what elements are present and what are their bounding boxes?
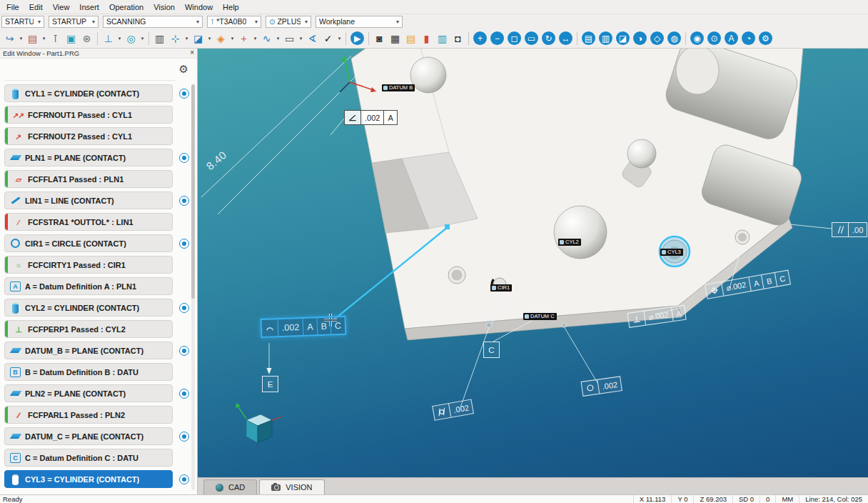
snapshot-camera-icon[interactable]: ◙ xyxy=(372,31,387,46)
feature-item-lin1[interactable]: LIN1 = LINE (CONTACT) xyxy=(4,191,173,209)
profile-fcf-selected[interactable]: .002ABC xyxy=(261,316,347,338)
wireframe-mode-icon[interactable]: ◇ xyxy=(650,31,664,45)
feature-item-fcfflat1[interactable]: ▱FCFFLAT1 Passed : PLN1 xyxy=(4,170,173,188)
vision-sensor-icon[interactable]: ▥ xyxy=(152,31,167,46)
menu-item-window[interactable]: Window xyxy=(180,1,218,13)
scan-path-icon[interactable]: ∿ xyxy=(259,31,274,46)
feature-item-fcfstra1[interactable]: ∕FCFSTRA1 *OUTTOL* : LIN1 xyxy=(4,213,173,231)
orientation-cube[interactable] xyxy=(236,403,282,450)
close-icon[interactable]: × xyxy=(190,49,194,56)
dropdown-arrow-icon[interactable]: ▾ xyxy=(183,36,190,41)
feature-item-fcfrnout1[interactable]: ↗↗FCFRNOUT1 Passed : CYL1 xyxy=(4,106,173,124)
menu-item-view[interactable]: View xyxy=(48,1,75,13)
visibility-eye-icon[interactable] xyxy=(179,303,189,313)
feature-item-cyl3[interactable]: CYL3 = CYLINDER (CONTACT) xyxy=(4,470,173,488)
parallelism-fcf[interactable]: .00 xyxy=(832,222,867,237)
combo-probe-file[interactable]: ⊺*T3A0B0▾ xyxy=(207,16,261,28)
menu-item-edit[interactable]: Edit xyxy=(24,1,48,13)
combo-startup-1[interactable]: STARTUP▾ xyxy=(1,16,44,28)
target-icon[interactable]: ◈ xyxy=(213,31,228,46)
combo-probe-tip[interactable]: ⊙ZPLUS▾ xyxy=(266,16,311,28)
feature-item-fcfparl1[interactable]: ∕∕FCFPARL1 Passed : PLN2 xyxy=(4,406,173,424)
feature-item-pln2[interactable]: PLN2 = PLANE (CONTACT) xyxy=(4,384,173,402)
angularity-fcf[interactable]: .002A xyxy=(344,110,398,125)
auto-feature-icon[interactable]: ◪ xyxy=(191,31,206,46)
tag-cyl3[interactable]: CYL3 xyxy=(660,249,683,256)
view-front-icon[interactable]: ▥ xyxy=(599,31,612,45)
execute-play-icon[interactable]: ▶ xyxy=(350,31,364,45)
visibility-eye-icon[interactable] xyxy=(179,239,189,249)
gear-icon[interactable]: ⚙ xyxy=(179,63,188,76)
menu-item-vision[interactable]: Vision xyxy=(148,1,180,13)
gage-icon[interactable]: ▭ xyxy=(282,31,297,46)
visibility-eye-icon[interactable] xyxy=(179,474,189,484)
datum-flag-c[interactable]: C xyxy=(483,342,500,358)
visibility-eye-icon[interactable] xyxy=(179,346,189,356)
confirm-check-icon[interactable]: ✓ xyxy=(321,31,335,46)
feature-item-fcfperp1[interactable]: ⊥FCFPERP1 Passed : CYL2 xyxy=(4,320,173,338)
zoom-window-icon[interactable]: ▭ xyxy=(525,31,538,45)
feature-item-datum-def-a[interactable]: AA = Datum Definition A : PLN1 xyxy=(4,277,173,295)
feature-item-datum-def-c[interactable]: CC = Datum Definition C : DATU xyxy=(4,449,173,467)
datum-flag-e[interactable]: E xyxy=(262,376,278,392)
dropdown-arrow-icon[interactable]: ▾ xyxy=(139,36,146,41)
dropdown-arrow-icon[interactable]: ▾ xyxy=(252,36,258,41)
tab-vision[interactable]: VISION xyxy=(259,479,324,494)
panel-scrollbar[interactable] xyxy=(191,84,195,490)
graphics-settings-icon[interactable]: ⚙ xyxy=(759,31,772,45)
dropdown-arrow-icon[interactable]: ▾ xyxy=(336,36,343,41)
menu-item-file[interactable]: File xyxy=(1,1,24,13)
readout-display-icon[interactable]: ▦ xyxy=(388,31,403,46)
zoom-out-icon[interactable]: − xyxy=(490,31,504,45)
visibility-eye-icon[interactable] xyxy=(179,89,189,99)
menu-item-insert[interactable]: Insert xyxy=(74,1,104,13)
capture-icon[interactable]: ◘ xyxy=(450,31,465,46)
combo-scanning[interactable]: SCANNING▾ xyxy=(103,16,203,28)
cad-viewport[interactable]: .002A.002ABC.002.002⌀.002ABC⌀.002A.00ECD… xyxy=(198,49,868,477)
feature-item-fcfrnout2[interactable]: ↗FCFRNOUT2 Passed : CYL1 xyxy=(4,127,173,145)
combo-startup-2[interactable]: STARTUP▾ xyxy=(49,16,99,28)
tag-cyl2[interactable]: CYL2 xyxy=(558,239,581,246)
dropdown-arrow-icon[interactable]: ▾ xyxy=(275,36,281,41)
combo-workplane[interactable]: Workplane▾ xyxy=(316,16,403,28)
probe-display-icon[interactable]: ⊙ xyxy=(707,31,721,45)
visibility-eye-icon[interactable] xyxy=(179,432,189,442)
edit-window-icon[interactable]: ▤ xyxy=(25,31,40,46)
dropdown-arrow-icon[interactable]: ▾ xyxy=(41,36,47,41)
crosshair-icon[interactable]: + xyxy=(236,31,251,46)
dropdown-arrow-icon[interactable]: ▾ xyxy=(116,36,123,41)
translate-icon[interactable]: ⊹ xyxy=(168,31,183,46)
tag-datum-c[interactable]: DATUM C xyxy=(523,313,557,320)
translucent-mode-icon[interactable]: ◍ xyxy=(667,31,681,45)
feature-item-datum-def-b[interactable]: BB = Datum Definition B : DATU xyxy=(4,363,173,381)
probe-toolbox-icon[interactable]: ⊺ xyxy=(48,31,63,46)
scale-to-fit-icon[interactable]: ◻ xyxy=(508,31,521,45)
label-display-icon[interactable]: A xyxy=(725,31,738,45)
visibility-eye-icon[interactable]: ◔ xyxy=(742,31,755,45)
report-chart-icon[interactable]: ▥ xyxy=(435,31,450,46)
zoom-in-icon[interactable]: + xyxy=(473,31,487,45)
pan-view-icon[interactable]: ↔ xyxy=(559,31,572,45)
highlight-mode-icon[interactable]: ◉ xyxy=(690,31,704,45)
shaded-mode-icon[interactable]: ◑ xyxy=(633,31,647,45)
visibility-eye-icon[interactable] xyxy=(179,153,189,163)
menu-item-operation[interactable]: Operation xyxy=(104,1,148,13)
visibility-eye-icon[interactable] xyxy=(179,389,189,399)
tag-datum-b[interactable]: DATUM B xyxy=(382,84,415,91)
cad-scene[interactable] xyxy=(198,49,868,477)
color-map-icon[interactable]: ▤ xyxy=(403,31,418,46)
feature-item-datum-b-plane[interactable]: DATUM_B = PLANE (CONTACT) xyxy=(4,342,173,359)
tag-cir1[interactable]: CIR1 xyxy=(490,284,512,292)
dropdown-arrow-icon[interactable]: ▾ xyxy=(18,36,24,41)
view-top-icon[interactable]: ▤ xyxy=(582,31,595,45)
comment-icon[interactable]: ▣ xyxy=(64,31,79,46)
dropdown-arrow-icon[interactable]: ▾ xyxy=(229,36,236,41)
feature-item-cyl1[interactable]: CYL1 = CYLINDER (CONTACT) xyxy=(4,84,173,102)
histogram-icon[interactable]: ▮ xyxy=(419,31,434,46)
tab-cad[interactable]: CAD xyxy=(203,479,257,494)
alignment-icon[interactable]: ⊥ xyxy=(101,31,116,46)
feature-item-cir1[interactable]: CIR1 = CIRCLE (CONTACT) xyxy=(4,234,173,252)
dropdown-arrow-icon[interactable]: ▾ xyxy=(206,36,213,41)
view-iso-icon[interactable]: ◪ xyxy=(616,31,630,45)
feature-item-datum-c-plane[interactable]: DATUM_C = PLANE (CONTACT) xyxy=(4,427,173,445)
